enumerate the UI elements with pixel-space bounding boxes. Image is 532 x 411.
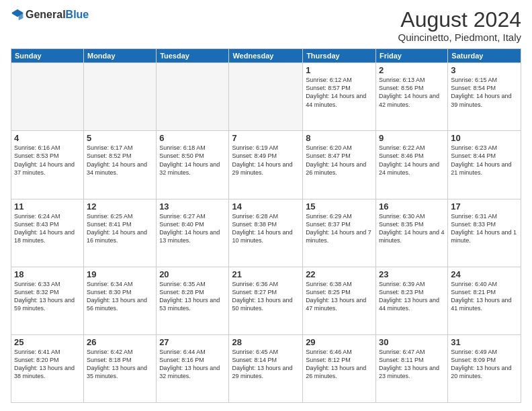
day-info: Sunrise: 6:27 AM Sunset: 8:40 PM Dayligh… <box>159 212 226 245</box>
calendar-cell: 3Sunrise: 6:15 AM Sunset: 8:54 PM Daylig… <box>448 63 521 131</box>
calendar-cell: 29Sunrise: 6:46 AM Sunset: 8:12 PM Dayli… <box>303 334 376 402</box>
day-number: 24 <box>451 269 518 279</box>
day-info: Sunrise: 6:23 AM Sunset: 8:44 PM Dayligh… <box>451 144 518 177</box>
day-number: 30 <box>379 337 445 347</box>
header-thursday: Thursday <box>303 49 376 63</box>
calendar-cell: 27Sunrise: 6:44 AM Sunset: 8:16 PM Dayli… <box>157 334 229 402</box>
day-info: Sunrise: 6:35 AM Sunset: 8:28 PM Dayligh… <box>159 280 226 313</box>
header-sunday: Sunday <box>11 49 84 63</box>
calendar-cell: 5Sunrise: 6:17 AM Sunset: 8:52 PM Daylig… <box>83 131 156 199</box>
day-number: 27 <box>159 337 226 347</box>
day-info: Sunrise: 6:45 AM Sunset: 8:14 PM Dayligh… <box>232 348 300 381</box>
week-row-2: 11Sunrise: 6:24 AM Sunset: 8:43 PM Dayli… <box>11 199 521 267</box>
calendar-cell: 19Sunrise: 6:34 AM Sunset: 8:30 PM Dayli… <box>83 267 156 334</box>
logo-area: GeneralBlue <box>11 8 89 21</box>
calendar-cell: 11Sunrise: 6:24 AM Sunset: 8:43 PM Dayli… <box>11 199 84 267</box>
day-number: 13 <box>159 201 226 212</box>
day-info: Sunrise: 6:31 AM Sunset: 8:33 PM Dayligh… <box>451 212 518 245</box>
header-row: SundayMondayTuesdayWednesdayThursdayFrid… <box>11 49 521 63</box>
day-info: Sunrise: 6:22 AM Sunset: 8:46 PM Dayligh… <box>379 144 445 177</box>
day-info: Sunrise: 6:44 AM Sunset: 8:16 PM Dayligh… <box>159 348 226 381</box>
day-info: Sunrise: 6:25 AM Sunset: 8:41 PM Dayligh… <box>87 212 153 245</box>
day-number: 5 <box>87 133 153 143</box>
day-info: Sunrise: 6:16 AM Sunset: 8:53 PM Dayligh… <box>14 144 81 177</box>
calendar-cell: 1Sunrise: 6:12 AM Sunset: 8:57 PM Daylig… <box>303 63 376 131</box>
day-number: 10 <box>451 133 518 143</box>
day-number: 29 <box>306 337 373 347</box>
day-number: 15 <box>306 201 373 212</box>
calendar-cell: 26Sunrise: 6:42 AM Sunset: 8:18 PM Dayli… <box>83 334 156 402</box>
day-number: 21 <box>232 269 300 279</box>
day-number: 26 <box>87 337 153 347</box>
calendar-cell <box>229 63 303 131</box>
calendar-cell: 7Sunrise: 6:19 AM Sunset: 8:49 PM Daylig… <box>229 131 303 199</box>
calendar-cell: 13Sunrise: 6:27 AM Sunset: 8:40 PM Dayli… <box>157 199 229 267</box>
day-number: 25 <box>14 337 81 347</box>
day-info: Sunrise: 6:15 AM Sunset: 8:54 PM Dayligh… <box>451 76 518 109</box>
calendar-cell: 22Sunrise: 6:38 AM Sunset: 8:25 PM Dayli… <box>303 267 376 334</box>
header-tuesday: Tuesday <box>157 49 229 63</box>
day-info: Sunrise: 6:39 AM Sunset: 8:23 PM Dayligh… <box>379 280 445 313</box>
calendar-cell: 28Sunrise: 6:45 AM Sunset: 8:14 PM Dayli… <box>229 334 303 402</box>
calendar-cell: 24Sunrise: 6:40 AM Sunset: 8:21 PM Dayli… <box>448 267 521 334</box>
day-info: Sunrise: 6:40 AM Sunset: 8:21 PM Dayligh… <box>451 280 518 313</box>
day-number: 28 <box>232 337 300 347</box>
calendar-cell: 21Sunrise: 6:36 AM Sunset: 8:27 PM Dayli… <box>229 267 303 334</box>
header: GeneralBlue August 2024 Quincinetto, Pie… <box>11 8 521 43</box>
day-number: 2 <box>379 65 445 75</box>
day-info: Sunrise: 6:46 AM Sunset: 8:12 PM Dayligh… <box>306 348 373 381</box>
calendar-cell: 14Sunrise: 6:28 AM Sunset: 8:38 PM Dayli… <box>229 199 303 267</box>
logo-text: GeneralBlue <box>26 9 89 21</box>
calendar-cell: 23Sunrise: 6:39 AM Sunset: 8:23 PM Dayli… <box>375 267 447 334</box>
calendar-cell: 6Sunrise: 6:18 AM Sunset: 8:50 PM Daylig… <box>157 131 229 199</box>
day-info: Sunrise: 6:12 AM Sunset: 8:57 PM Dayligh… <box>306 76 373 109</box>
calendar-cell: 15Sunrise: 6:29 AM Sunset: 8:37 PM Dayli… <box>303 199 376 267</box>
day-info: Sunrise: 6:36 AM Sunset: 8:27 PM Dayligh… <box>232 280 300 313</box>
day-info: Sunrise: 6:30 AM Sunset: 8:35 PM Dayligh… <box>379 212 445 245</box>
title-area: August 2024 Quincinetto, Piedmont, Italy <box>398 8 521 43</box>
header-friday: Friday <box>375 49 447 63</box>
month-year-title: August 2024 <box>398 8 521 32</box>
page: GeneralBlue August 2024 Quincinetto, Pie… <box>0 0 532 411</box>
day-info: Sunrise: 6:13 AM Sunset: 8:56 PM Dayligh… <box>379 76 445 109</box>
day-number: 4 <box>14 133 81 143</box>
header-saturday: Saturday <box>448 49 521 63</box>
day-number: 31 <box>451 337 518 347</box>
day-number: 3 <box>451 65 518 75</box>
calendar-cell: 12Sunrise: 6:25 AM Sunset: 8:41 PM Dayli… <box>83 199 156 267</box>
day-info: Sunrise: 6:24 AM Sunset: 8:43 PM Dayligh… <box>14 212 81 245</box>
day-info: Sunrise: 6:42 AM Sunset: 8:18 PM Dayligh… <box>87 348 153 381</box>
calendar-cell: 10Sunrise: 6:23 AM Sunset: 8:44 PM Dayli… <box>448 131 521 199</box>
day-number: 16 <box>379 201 445 212</box>
day-number: 19 <box>87 269 153 279</box>
calendar-cell <box>83 63 156 131</box>
calendar-cell: 9Sunrise: 6:22 AM Sunset: 8:46 PM Daylig… <box>375 131 447 199</box>
week-row-3: 18Sunrise: 6:33 AM Sunset: 8:32 PM Dayli… <box>11 267 521 334</box>
day-info: Sunrise: 6:19 AM Sunset: 8:49 PM Dayligh… <box>232 144 300 177</box>
location-title: Quincinetto, Piedmont, Italy <box>398 32 521 43</box>
calendar-cell: 18Sunrise: 6:33 AM Sunset: 8:32 PM Dayli… <box>11 267 84 334</box>
day-number: 18 <box>14 269 81 279</box>
day-info: Sunrise: 6:33 AM Sunset: 8:32 PM Dayligh… <box>14 280 81 313</box>
calendar-cell: 4Sunrise: 6:16 AM Sunset: 8:53 PM Daylig… <box>11 131 84 199</box>
day-info: Sunrise: 6:49 AM Sunset: 8:09 PM Dayligh… <box>451 348 518 381</box>
calendar-cell: 2Sunrise: 6:13 AM Sunset: 8:56 PM Daylig… <box>375 63 447 131</box>
day-number: 17 <box>451 201 518 212</box>
calendar-cell <box>11 63 84 131</box>
day-info: Sunrise: 6:20 AM Sunset: 8:47 PM Dayligh… <box>306 144 373 177</box>
day-info: Sunrise: 6:28 AM Sunset: 8:38 PM Dayligh… <box>232 212 300 245</box>
logo-icon <box>11 8 24 21</box>
day-info: Sunrise: 6:17 AM Sunset: 8:52 PM Dayligh… <box>87 144 153 177</box>
week-row-0: 1Sunrise: 6:12 AM Sunset: 8:57 PM Daylig… <box>11 63 521 131</box>
header-wednesday: Wednesday <box>229 49 303 63</box>
day-info: Sunrise: 6:38 AM Sunset: 8:25 PM Dayligh… <box>306 280 373 313</box>
day-number: 8 <box>306 133 373 143</box>
calendar-cell: 25Sunrise: 6:41 AM Sunset: 8:20 PM Dayli… <box>11 334 84 402</box>
week-row-1: 4Sunrise: 6:16 AM Sunset: 8:53 PM Daylig… <box>11 131 521 199</box>
calendar-cell: 20Sunrise: 6:35 AM Sunset: 8:28 PM Dayli… <box>157 267 229 334</box>
day-number: 20 <box>159 269 226 279</box>
day-number: 7 <box>232 133 300 143</box>
week-row-4: 25Sunrise: 6:41 AM Sunset: 8:20 PM Dayli… <box>11 334 521 402</box>
day-number: 12 <box>87 201 153 212</box>
calendar-cell: 30Sunrise: 6:47 AM Sunset: 8:11 PM Dayli… <box>375 334 447 402</box>
